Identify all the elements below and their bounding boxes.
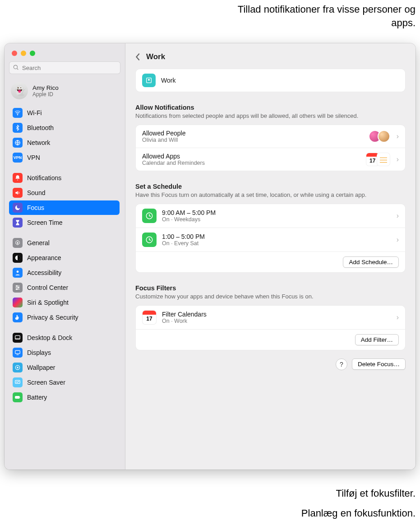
sidebar-item-label: Notifications <box>27 174 61 182</box>
appearance-icon <box>13 253 23 263</box>
sidebar-item-vpn[interactable]: VPNVPN <box>9 150 120 165</box>
sidebar-item-label: Bluetooth <box>27 124 54 131</box>
sidebar-item-label: Wallpaper <box>27 364 55 371</box>
sidebar-item-label: Network <box>27 139 50 146</box>
account-name: Amy Rico <box>32 84 59 91</box>
svg-point-19 <box>17 367 18 368</box>
sidebar-item-label: Appearance <box>27 254 61 261</box>
sidebar-item-control-center[interactable]: Control Center <box>9 280 120 295</box>
account-avatar: 👻 <box>11 82 28 99</box>
bluetooth-icon <box>13 123 23 133</box>
hand-icon <box>13 312 23 322</box>
chevron-right-icon: › <box>393 155 399 163</box>
wifi-icon <box>13 108 23 118</box>
sidebar-item-privacy-security[interactable]: Privacy & Security <box>9 310 120 325</box>
sidebar-item-label: Accessibility <box>27 269 61 276</box>
sidebar-item-accessibility[interactable]: Accessibility <box>9 265 120 280</box>
sidebar-item-general[interactable]: General <box>9 236 120 250</box>
settings-window: 👻 Amy Rico Apple ID Wi-FiBluetoothNetwor… <box>5 43 415 470</box>
search-icon <box>13 64 19 70</box>
annotation-allow: Tillad notifikationer fra visse personer… <box>235 3 415 29</box>
vpn-icon: VPN <box>13 153 23 163</box>
close-window-button[interactable] <box>12 51 17 56</box>
sidebar-item-label: Desktop & Dock <box>27 334 72 341</box>
sidebar-item-sound[interactable]: Sound <box>9 186 120 200</box>
sidebar-item-siri-spotlight[interactable]: Siri & Spotlight <box>9 295 120 310</box>
filters-desc: Customize how your apps and device behav… <box>135 293 388 301</box>
content-pane: Work Work Allow Notifications Notificati… <box>125 43 415 470</box>
sidebar-item-label: Battery <box>27 394 47 401</box>
window-controls <box>9 50 120 61</box>
account-sub: Apple ID <box>32 91 59 98</box>
help-button[interactable]: ? <box>336 358 347 370</box>
annotation-add-filter: Tilføj et fokusfilter. <box>336 487 415 500</box>
delete-focus-button[interactable]: Delete Focus… <box>352 358 406 370</box>
moon-icon <box>13 203 23 213</box>
display-icon <box>13 348 23 358</box>
focus-name-label: Work <box>161 77 175 84</box>
add-filter-button[interactable]: Add Filter… <box>355 334 399 345</box>
schedule-row-title: 9:00 AM – 5:00 PM <box>162 209 393 216</box>
search-input[interactable] <box>9 61 120 74</box>
svg-point-0 <box>14 65 17 69</box>
sidebar-item-screen-saver[interactable]: Screen Saver <box>9 375 120 390</box>
sidebar-item-displays[interactable]: Displays <box>9 345 120 360</box>
focus-name-row[interactable]: Work <box>136 69 405 92</box>
focus-name-panel: Work <box>135 69 406 92</box>
sliders-icon <box>13 283 23 293</box>
allowed-apps-title: Allowed Apps <box>142 153 369 160</box>
filter-row-sub: On · Work <box>162 318 393 324</box>
person-icon <box>13 268 23 278</box>
bottom-actions: ? Delete Focus… <box>135 358 406 370</box>
allow-notifications-title: Allow Notifications <box>135 104 406 111</box>
page-title: Work <box>146 52 165 61</box>
apple-id-account[interactable]: 👻 Amy Rico Apple ID <box>9 79 120 106</box>
sidebar-item-appearance[interactable]: Appearance <box>9 251 120 265</box>
filter-row[interactable]: Filter Calendars On · Work › <box>136 306 405 330</box>
back-button[interactable] <box>133 51 143 62</box>
sidebar-item-desktop-dock[interactable]: Desktop & Dock <box>9 330 120 345</box>
gear-icon <box>13 238 23 248</box>
filters-title: Focus Filters <box>135 284 406 292</box>
sidebar-item-bluetooth[interactable]: Bluetooth <box>9 121 120 135</box>
chevron-right-icon: › <box>393 132 399 140</box>
clock-icon <box>142 233 157 247</box>
schedule-title: Set a Schedule <box>135 183 406 190</box>
sidebar-item-label: Wi-Fi <box>27 109 42 116</box>
schedule-row[interactable]: 9:00 AM – 5:00 PM On · Weekdays › <box>136 204 405 228</box>
svg-point-4 <box>17 242 18 244</box>
chevron-right-icon: › <box>393 313 399 321</box>
allowed-people-row[interactable]: Allowed People Olivia and Will › <box>136 125 405 148</box>
sidebar-item-focus[interactable]: Focus <box>9 200 120 215</box>
wallpaper-icon <box>13 363 23 372</box>
add-schedule-button[interactable]: Add Schedule… <box>343 256 399 268</box>
schedule-row[interactable]: 1:00 – 5:00 PM On · Every Sat › <box>136 228 405 252</box>
sidebar-item-wallpaper[interactable]: Wallpaper <box>9 360 120 375</box>
sidebar-item-label: Control Center <box>27 284 68 291</box>
app-icons <box>369 153 390 166</box>
svg-rect-16 <box>15 350 20 354</box>
svg-point-2 <box>17 115 18 115</box>
sidebar-item-battery[interactable]: Battery <box>9 390 120 405</box>
speaker-icon <box>13 188 23 198</box>
hourglass-icon <box>13 218 23 228</box>
sidebar-item-network[interactable]: Network <box>9 135 120 150</box>
siri-icon <box>13 298 23 307</box>
sidebar-item-label: VPN <box>27 154 40 161</box>
sidebar-item-label: Screen Saver <box>27 379 65 386</box>
fullscreen-window-button[interactable] <box>30 51 35 56</box>
people-avatars <box>372 130 390 143</box>
sidebar-item-screen-time[interactable]: Screen Time <box>9 215 120 230</box>
sidebar-item-label: Privacy & Security <box>27 314 78 321</box>
person-avatar-icon <box>378 130 390 143</box>
sidebar-item-notifications[interactable]: Notifications <box>9 171 120 185</box>
sidebar-item-wi-fi[interactable]: Wi-Fi <box>9 106 120 120</box>
filter-row-title: Filter Calendars <box>162 311 393 318</box>
screensaver-icon <box>13 377 23 387</box>
sidebar-item-label: Sound <box>27 189 45 196</box>
chevron-right-icon: › <box>393 212 399 220</box>
minimize-window-button[interactable] <box>21 51 26 56</box>
add-filter-row: Add Filter… <box>136 330 405 350</box>
sidebar-list: Wi-FiBluetoothNetworkVPNVPN Notification… <box>9 106 120 410</box>
allowed-apps-row[interactable]: Allowed Apps Calendar and Reminders › <box>136 148 405 171</box>
